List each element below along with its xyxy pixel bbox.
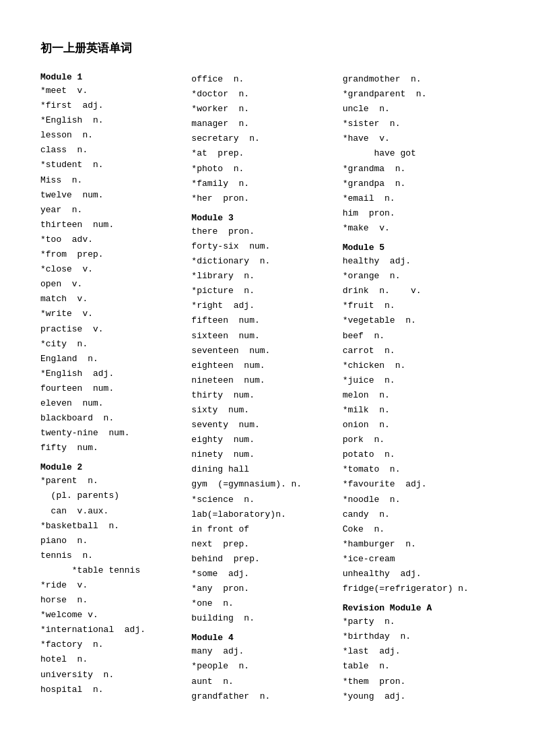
word-entry: lesson n. xyxy=(40,128,185,143)
word-entry: forty-six num. xyxy=(191,239,335,254)
word-entry: ninety num. xyxy=(191,447,335,462)
word-entry: blackboard n. xyxy=(40,411,185,426)
word-entry: *hamburger n. xyxy=(343,537,487,552)
word-entry: seventeen num. xyxy=(191,344,335,358)
word-entry: *ice-cream xyxy=(343,552,487,567)
word-entry: nineteen num. xyxy=(191,373,335,388)
word-entry: *last adj. xyxy=(343,644,487,659)
word-entry: twenty-nine num. xyxy=(40,426,185,441)
column-0: Module 1*meet v.*first adj.*English n.le… xyxy=(40,65,191,697)
word-entry: *orange n. xyxy=(343,269,487,284)
word-entry: fridge(=refrigerator) n. xyxy=(343,581,487,596)
word-entry: fourteen num. xyxy=(40,381,185,396)
word-entry: behind prep. xyxy=(191,552,335,567)
word-entry: *any pron. xyxy=(191,581,335,596)
word-entry: drink n. v. xyxy=(343,284,487,298)
word-entry: *at prep. xyxy=(191,146,335,161)
word-entry: *doctor n. xyxy=(191,87,335,102)
word-entry: *worker n. xyxy=(191,102,335,117)
word-entry: *too adv. xyxy=(40,232,185,247)
word-entry: *meet v. xyxy=(40,84,185,98)
word-entry: eighty num. xyxy=(191,433,335,447)
word-entry: *English adj. xyxy=(40,367,185,381)
word-entry: thirteen num. xyxy=(40,218,185,232)
word-entry: *student n. xyxy=(40,158,185,172)
word-entry: can v.aux. xyxy=(40,504,185,519)
word-entry: melon n. xyxy=(343,388,487,403)
word-entry: carrot n. xyxy=(343,344,487,358)
word-entry: onion n. xyxy=(343,418,487,433)
word-entry: horse n. xyxy=(40,593,185,608)
word-entry: Miss n. xyxy=(40,173,185,188)
word-entry: *dictionary n. xyxy=(191,254,335,269)
word-entry: match v. xyxy=(40,292,185,307)
word-entry: hotel n. xyxy=(40,652,185,667)
word-entry: sixteen num. xyxy=(191,329,335,344)
word-entry: *email n. xyxy=(343,191,487,206)
word-entry: *fruit n. xyxy=(343,298,487,313)
word-entry: *factory n. xyxy=(40,637,185,652)
word-entry: him pron. xyxy=(343,206,487,221)
word-entry: *young adj. xyxy=(343,689,487,704)
word-entry: *parent n. xyxy=(40,474,185,489)
word-entry: England n. xyxy=(40,352,185,367)
word-entry: candy n. xyxy=(343,507,487,522)
word-entry: *grandma n. xyxy=(343,162,487,177)
module-heading-1-1: Module 3 xyxy=(191,213,335,223)
word-entry: open v. xyxy=(40,277,185,292)
word-entry: manager n. xyxy=(191,117,335,131)
word-entry: dining hall xyxy=(191,462,335,477)
word-entry: *tomato n. xyxy=(343,462,487,477)
word-entry: *vegetable n. xyxy=(343,313,487,328)
word-entry: *sister n. xyxy=(343,117,487,131)
word-entry: *them pron. xyxy=(343,674,487,689)
module-heading-2-1: Module 5 xyxy=(343,243,487,253)
word-entry: twelve num. xyxy=(40,188,185,203)
word-entry: sixty num. xyxy=(191,403,335,418)
word-entry: fifteen num. xyxy=(191,313,335,328)
word-entry: *from prep. xyxy=(40,247,185,262)
word-entry: *ride v. xyxy=(40,578,185,593)
word-entry: unhealthy adj. xyxy=(343,567,487,581)
word-entry: *have v. xyxy=(343,131,487,146)
module-heading-0-0: Module 1 xyxy=(40,72,185,82)
word-entry: eighteen num. xyxy=(191,358,335,373)
word-entry: *city n. xyxy=(40,337,185,352)
word-entry: lab(=laboratory)n. xyxy=(191,507,335,522)
word-entry: *picture n. xyxy=(191,284,335,298)
content-columns: Module 1*meet v.*first adj.*English n.le… xyxy=(40,65,494,704)
word-entry: (pl. parents) xyxy=(40,489,185,503)
word-entry: healthy adj. xyxy=(343,254,487,269)
word-entry: *milk n. xyxy=(343,403,487,418)
column-2: grandmother n.*grandparent n.uncle n.*si… xyxy=(343,65,494,704)
word-entry: *photo n. xyxy=(191,162,335,177)
column-1: office n.*doctor n.*worker n.manager n.s… xyxy=(191,65,342,704)
word-entry: uncle n. xyxy=(343,102,487,117)
word-entry: practise v. xyxy=(40,322,185,337)
word-entry: *one n. xyxy=(191,596,335,611)
word-entry: university n. xyxy=(40,668,185,683)
word-entry: pork n. xyxy=(343,433,487,447)
word-entry: *library n. xyxy=(191,269,335,284)
word-entry: next prep. xyxy=(191,537,335,552)
word-entry: potato n. xyxy=(343,447,487,462)
word-entry: grandfather n. xyxy=(191,689,335,704)
word-entry: *people n. xyxy=(191,659,335,674)
word-entry: many adj. xyxy=(191,644,335,659)
word-entry: *grandpa n. xyxy=(343,177,487,191)
word-entry: beef n. xyxy=(343,329,487,344)
word-entry: table n. xyxy=(343,659,487,674)
word-entry: *her pron. xyxy=(191,191,335,206)
word-entry: *international adj. xyxy=(40,623,185,637)
word-entry: *make v. xyxy=(343,221,487,236)
word-entry: have got xyxy=(343,146,487,161)
word-entry: *party n. xyxy=(343,615,487,629)
word-entry: secretary n. xyxy=(191,131,335,146)
word-entry: eleven num. xyxy=(40,396,185,411)
word-entry: class n. xyxy=(40,143,185,158)
module-heading-1-2: Module 4 xyxy=(191,633,335,643)
word-entry: office n. xyxy=(191,72,335,87)
word-entry: *grandparent n. xyxy=(343,87,487,102)
word-entry: grandmother n. xyxy=(343,72,487,87)
word-entry: *English n. xyxy=(40,113,185,128)
